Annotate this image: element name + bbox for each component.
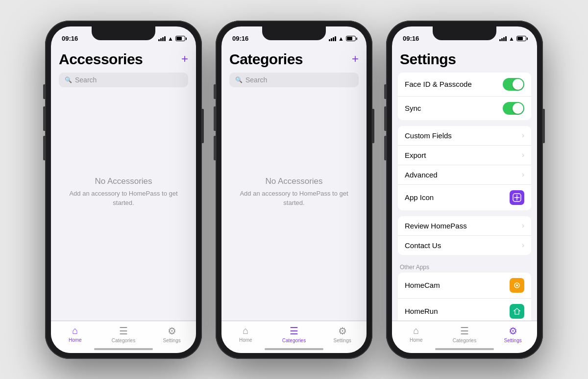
battery-icon3: [516, 36, 526, 41]
add-button[interactable]: +: [181, 53, 188, 65]
tab-categories-label: Categories: [112, 338, 135, 343]
settings-row-advanced[interactable]: Advanced ›: [398, 165, 531, 185]
tab-settings-label2: Settings: [334, 338, 351, 343]
side-btn-vol-up2: [214, 106, 216, 131]
notch3: [433, 26, 496, 40]
chevron-icon-advanced: ›: [522, 171, 524, 178]
settings-row-review[interactable]: Review HomePass ›: [398, 216, 531, 236]
settings-row-contact[interactable]: Contact Us ›: [398, 236, 531, 255]
contact-label: Contact Us: [405, 241, 441, 250]
categories-icon3: ☰: [460, 325, 469, 337]
toggle-thumb-faceid: [513, 79, 523, 90]
bar4c: [505, 36, 507, 41]
side-btn-mute2: [214, 84, 216, 99]
search-bar2[interactable]: 🔍 Search: [229, 73, 359, 87]
chevron-icon-export: ›: [522, 151, 524, 159]
empty-title2: No Accessories: [265, 177, 322, 186]
homerun-badge: [510, 304, 524, 319]
home-icon2: ⌂: [243, 325, 248, 336]
faceid-toggle[interactable]: [503, 78, 524, 91]
side-btn-vol-down: [43, 136, 45, 160]
bar2: [160, 38, 162, 41]
categories-icon: ☰: [119, 325, 128, 337]
phone-accessories: 09:16 ▲ Accessories +: [45, 21, 202, 359]
chevron-icon-custom-fields: ›: [522, 131, 524, 139]
chevron-icon-contact: ›: [522, 241, 524, 249]
tab-settings[interactable]: ⚙ Settings: [157, 325, 187, 343]
search-bar[interactable]: 🔍 Search: [59, 73, 188, 87]
settings-row-sync[interactable]: Sync: [398, 97, 531, 120]
tab-categories2[interactable]: ☰ Categories: [279, 325, 309, 343]
homecam-badge: [510, 278, 524, 293]
tab-settings2[interactable]: ⚙ Settings: [328, 325, 357, 343]
settings-title: Settings: [400, 51, 456, 68]
settings-row-app-icon[interactable]: App Icon: [398, 185, 531, 210]
toggle-thumb-sync: [513, 103, 523, 114]
phone-settings: 09:16 ▲ Settings: [386, 21, 543, 359]
settings-row-export[interactable]: Export ›: [398, 146, 531, 165]
status-time3: 09:16: [403, 35, 419, 42]
sync-toggle[interactable]: [503, 102, 524, 115]
notch: [92, 26, 155, 40]
settings-row-homerun[interactable]: HomeRun: [398, 299, 531, 321]
search-placeholder2: Search: [245, 76, 267, 84]
settings-app-header: Settings: [400, 47, 529, 73]
bar3c: [503, 37, 505, 41]
bar1c: [499, 39, 501, 41]
add-button2[interactable]: +: [352, 53, 359, 65]
app-icon-badge: [510, 190, 524, 205]
categories-title: Categories: [229, 51, 303, 68]
notch2: [262, 26, 326, 40]
search-placeholder: Search: [75, 76, 97, 84]
app-header2: Categories +: [229, 47, 359, 73]
empty-subtitle: Add an accessory to HomePass to get star…: [59, 189, 188, 207]
tab-home2[interactable]: ⌂ Home: [231, 325, 260, 343]
side-btn-power: [202, 109, 204, 143]
settings-header-area: Settings: [392, 47, 537, 73]
phones-container: 09:16 ▲ Accessories +: [35, 11, 553, 369]
tab-settings-label3: Settings: [504, 338, 522, 343]
status-icons: ▲: [158, 35, 185, 42]
settings-scroll: Face ID & Passcode Sync: [392, 73, 537, 321]
tab-categories[interactable]: ☰ Categories: [109, 325, 138, 343]
status-icons2: ▲: [329, 35, 356, 42]
battery-icon: [175, 36, 185, 41]
status-icons3: ▲: [499, 35, 526, 42]
app-header: Accessories +: [59, 47, 188, 73]
wifi-icon2: ▲: [338, 35, 344, 42]
settings-toggles-group: Face ID & Passcode Sync: [398, 73, 531, 120]
search-icon: 🔍: [65, 76, 72, 83]
tab-categories3[interactable]: ☰ Categories: [450, 325, 479, 343]
tab-categories-label3: Categories: [453, 338, 476, 343]
settings-row-homecam[interactable]: HomeCam: [398, 273, 531, 299]
bar3: [162, 37, 164, 41]
other-apps-group: HomeCam HomeRun: [398, 273, 531, 321]
export-label: Export: [405, 151, 426, 159]
faceid-label: Face ID & Passcode: [405, 80, 472, 88]
empty-state2: No Accessories Add an accessory to HomeP…: [229, 93, 359, 321]
tab-home-label: Home: [69, 337, 82, 343]
other-apps-header: Other Apps: [398, 261, 531, 273]
screen-categories: 09:16 ▲ Categories +: [221, 26, 367, 353]
wifi-icon3: ▲: [509, 35, 514, 42]
custom-fields-label: Custom Fields: [405, 131, 452, 140]
search-icon2: 🔍: [235, 76, 243, 83]
chevron-icon-review: ›: [522, 222, 524, 229]
screen-accessories: 09:16 ▲ Accessories +: [51, 26, 196, 353]
tab-settings3[interactable]: ⚙ Settings: [498, 325, 528, 343]
bar4: [164, 36, 166, 41]
bar1: [158, 39, 160, 41]
review-label: Review HomePass: [405, 222, 467, 230]
battery-fill3: [517, 37, 523, 40]
home-icon: ⌂: [72, 325, 78, 336]
tab-home-label2: Home: [239, 337, 252, 343]
settings-row-custom-fields[interactable]: Custom Fields ›: [398, 126, 531, 146]
tab-home-label3: Home: [410, 337, 423, 343]
side-btn-power3: [543, 109, 545, 143]
tab-home3[interactable]: ⌂ Home: [401, 325, 431, 343]
signal-bars2: [329, 36, 336, 41]
tab-home[interactable]: ⌂ Home: [60, 325, 90, 343]
status-time2: 09:16: [232, 35, 248, 42]
signal-bars3: [499, 36, 507, 41]
settings-row-faceid[interactable]: Face ID & Passcode: [398, 73, 531, 97]
